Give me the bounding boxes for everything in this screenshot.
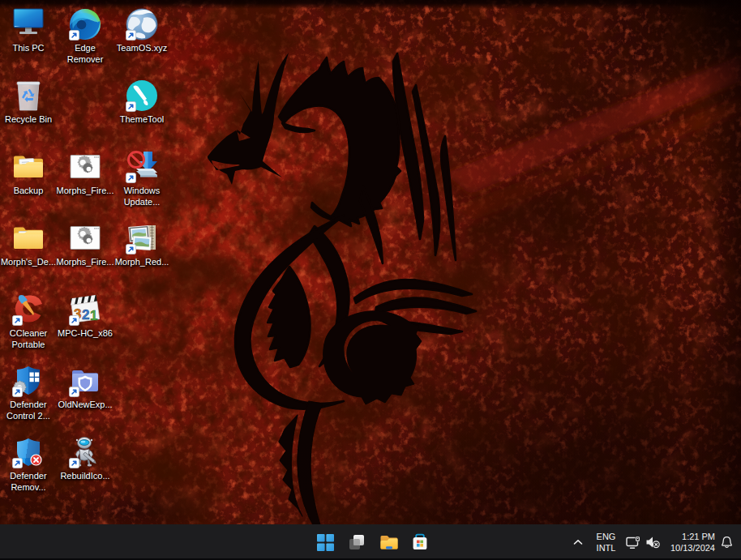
svg-text:1: 1 (90, 308, 97, 323)
svg-text:2: 2 (82, 307, 89, 323)
